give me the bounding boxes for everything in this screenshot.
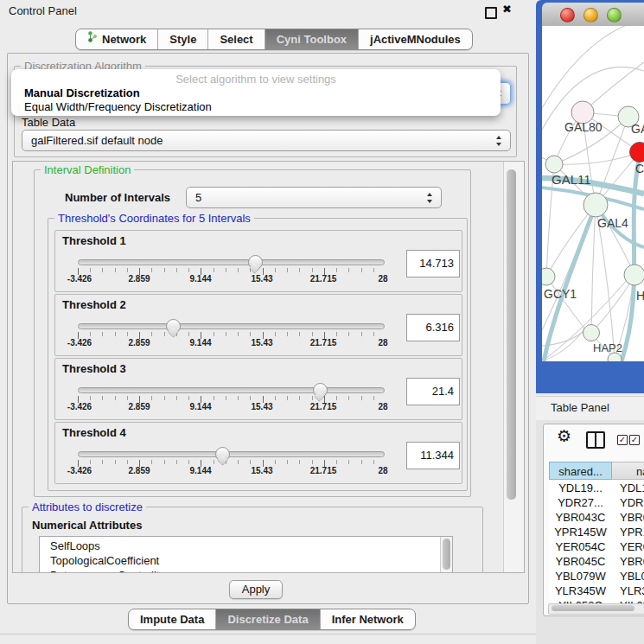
section-title: Interval Definition <box>41 163 134 176</box>
threshold-slider-track[interactable] <box>78 451 385 457</box>
threshold-panel-1: Threshold 1 -3.426 2.859 9.144 15.43 21.… <box>54 230 462 292</box>
cell[interactable]: YER054C <box>549 539 612 554</box>
tab-jactivemnodules[interactable]: jActiveMNodules <box>358 29 472 49</box>
tick-label: 28 <box>378 274 387 284</box>
node-label: GAL11 <box>552 172 591 187</box>
cell[interactable]: YPR14 <box>620 525 644 539</box>
tab-label: Impute Data <box>140 609 204 629</box>
node-gal4[interactable] <box>583 193 608 217</box>
tab-network[interactable]: Network <box>76 29 157 49</box>
cell[interactable]: YPR145W <box>549 525 612 539</box>
threshold-value-field[interactable]: 6.316 <box>406 314 460 341</box>
tick-label: 9.144 <box>189 466 211 475</box>
dropdown-option-manual[interactable]: Manual Discretization <box>24 86 140 99</box>
node-gcy1[interactable] <box>542 268 555 285</box>
cell[interactable]: YBR045C <box>549 554 612 569</box>
cell[interactable]: YLR345W <box>549 583 612 598</box>
numerical-attributes-label: Numerical Attributes <box>32 519 142 532</box>
tick-label: -3.426 <box>67 466 92 475</box>
float-window-icon[interactable] <box>485 7 497 19</box>
column-header-name[interactable]: na <box>612 462 644 480</box>
threshold-slider-thumb[interactable] <box>215 447 230 462</box>
list-scrollbar[interactable] <box>440 537 452 573</box>
tab-select[interactable]: Select <box>207 29 264 49</box>
tick-label: 2.859 <box>128 402 150 411</box>
column-header-shared-name[interactable]: shared... <box>549 462 612 480</box>
cell[interactable]: YBR043C <box>549 510 612 525</box>
cell[interactable]: YBR04 <box>620 554 644 569</box>
tab-style[interactable]: Style <box>157 29 207 49</box>
node-gal11[interactable] <box>545 156 563 173</box>
tick-label: 28 <box>378 338 387 348</box>
table-panel-box: ⚙ ✓ ✓ shared... na YDL19...YDL19 YDR27..… <box>543 424 644 616</box>
table-row[interactable]: YDR27...YDR27 <box>549 495 644 510</box>
network-canvas[interactable]: GAL80 GA C GAL11 GAL4 GCY1 H HAP2 <box>542 26 644 361</box>
table-row[interactable]: YBR045CYBR04 <box>549 554 644 569</box>
tab-cyni-toolbox[interactable]: Cyni Toolbox <box>265 29 358 49</box>
bottom-tabstrip: Impute Data Discretize Data Infer Networ… <box>128 609 416 630</box>
table-data-combobox[interactable]: galFiltered.sif default node <box>22 130 511 151</box>
gear-icon[interactable]: ⚙ <box>557 427 571 446</box>
threshold-value-field[interactable]: 14.713 <box>406 250 460 277</box>
threshold-slider-track[interactable] <box>78 323 385 329</box>
table-horizontal-scrollbar[interactable] <box>548 603 644 615</box>
dropdown-option-equal-width[interactable]: Equal Width/Frequency Discretization <box>24 100 212 113</box>
cell[interactable]: YLR34 <box>620 583 644 598</box>
close-traffic-light-icon[interactable] <box>560 8 575 22</box>
threshold-slider-track[interactable] <box>78 259 385 265</box>
table-row[interactable]: YDL19...YDL19 <box>549 481 644 495</box>
tab-label: Network <box>102 29 146 49</box>
threshold-slider-track[interactable] <box>78 387 385 393</box>
threshold-value-field[interactable]: 21.4 <box>406 378 460 405</box>
num-intervals-combobox[interactable]: 5 <box>186 187 442 208</box>
tab-impute-data[interactable]: Impute Data <box>129 609 215 629</box>
tab-discretize-data[interactable]: Discretize Data <box>215 609 319 629</box>
list-item[interactable]: BetweennessCentrality <box>50 568 165 573</box>
scrollbar-thumb[interactable] <box>443 539 450 570</box>
list-item[interactable]: TopologicalCoefficient <box>50 553 159 568</box>
cell[interactable]: YDR27... <box>549 495 612 510</box>
threshold-value-field[interactable]: 11.344 <box>406 442 460 469</box>
settings-scrollbar[interactable] <box>503 162 525 572</box>
select-column-checkbox-icon[interactable]: ✓ <box>617 435 628 445</box>
minimize-traffic-light-icon[interactable] <box>583 8 598 22</box>
section-title: Attributes to discretize <box>29 501 146 513</box>
list-item[interactable]: SelfLoops <box>50 539 100 553</box>
close-icon[interactable]: ✖ <box>502 3 512 16</box>
column-layout-icon[interactable] <box>586 431 605 449</box>
threshold-slider-thumb[interactable] <box>248 255 263 270</box>
node-red[interactable] <box>630 143 644 163</box>
interval-definition-section: Interval Definition Number of Intervals … <box>34 169 471 497</box>
table-row[interactable]: YPR145WYPR14 <box>549 525 644 539</box>
cell[interactable]: YDL19... <box>549 481 612 495</box>
apply-button[interactable]: Apply <box>229 580 283 599</box>
cell[interactable]: YBR04 <box>620 510 644 525</box>
zoom-traffic-light-icon[interactable] <box>607 8 622 22</box>
tab-label: Discretize Data <box>227 609 308 629</box>
scrollbar-thumb[interactable] <box>507 169 516 500</box>
threshold-slider-thumb[interactable] <box>313 383 328 398</box>
cell[interactable]: YBL079W <box>549 569 612 583</box>
node-h[interactable] <box>624 265 644 285</box>
algorithm-dropdown-popup: Select algorithm to view settings Manual… <box>11 69 501 116</box>
table-row[interactable]: YBR043CYBR04 <box>549 510 644 525</box>
select-column-checkbox-icon[interactable]: ✓ <box>629 435 640 445</box>
tick-label: 15.43 <box>251 402 272 411</box>
table-row[interactable]: YLR345WYLR34 <box>549 583 644 598</box>
table-row[interactable]: YER054CYER05 <box>549 539 644 554</box>
tab-infer-network[interactable]: Infer Network <box>320 609 415 629</box>
tick-label: 15.43 <box>251 338 272 348</box>
cell[interactable]: YER05 <box>620 539 644 554</box>
cell[interactable]: YBL07 <box>620 569 644 583</box>
cell[interactable]: YDL19 <box>620 481 644 495</box>
scrollbar-thumb[interactable] <box>552 605 634 611</box>
tick-label: 9.144 <box>189 402 211 411</box>
table-row[interactable]: YBL079WYBL07 <box>549 569 644 583</box>
node-label: HAP2 <box>593 341 622 354</box>
node-label: GAL4 <box>597 216 628 230</box>
node-hap2[interactable] <box>583 325 600 341</box>
tick-label: 15.43 <box>251 466 272 475</box>
threshold-label: Threshold 4 <box>62 426 126 439</box>
cell[interactable]: YDR27 <box>620 495 644 510</box>
network-window-titlebar[interactable] <box>542 3 644 27</box>
